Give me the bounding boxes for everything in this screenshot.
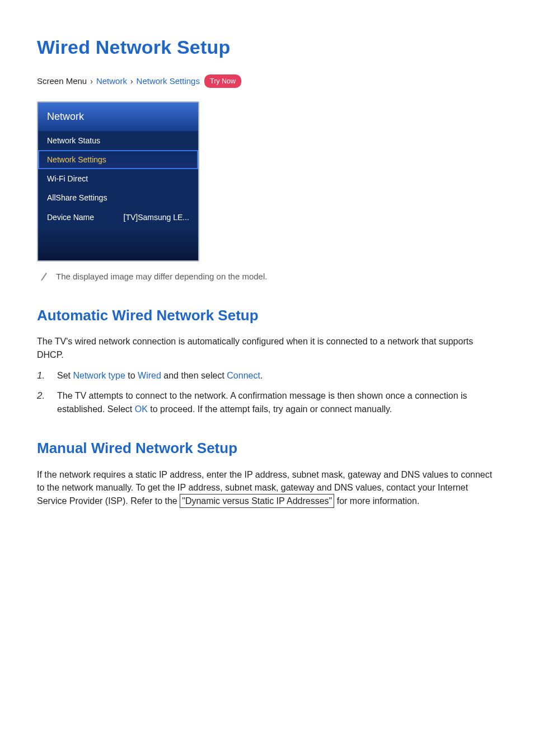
- link-dynamic-vs-static[interactable]: "Dynamic versus Static IP Addresses": [180, 494, 334, 508]
- network-menu-screenshot: Network Network Status Network Settings …: [37, 101, 199, 262]
- menu-item-label: Network Settings: [47, 154, 106, 165]
- step-2-text: The TV attempts to connect to the networ…: [57, 389, 497, 415]
- chevron-right-icon: ›: [130, 76, 133, 87]
- breadcrumb-network-settings: Network Settings: [137, 75, 200, 87]
- menu-item-value: [TV]Samsung LE...: [124, 212, 190, 223]
- menu-item-network-settings[interactable]: Network Settings: [38, 150, 198, 169]
- menu-item-device-name[interactable]: Device Name [TV]Samsung LE...: [38, 208, 198, 227]
- kw-ok: OK: [135, 404, 148, 414]
- menu-item-network-status[interactable]: Network Status: [38, 131, 198, 150]
- chevron-right-icon: ›: [90, 76, 93, 87]
- step-1: 1. Set Network type to Wired and then se…: [37, 369, 497, 383]
- step-number: 1.: [37, 369, 49, 383]
- kw-network-type: Network type: [73, 371, 125, 380]
- auto-steps: 1. Set Network type to Wired and then se…: [37, 369, 497, 416]
- note-row: The displayed image may differ depending…: [37, 270, 497, 283]
- page-title: Wired Network Setup: [37, 34, 497, 61]
- menu-spacer: [38, 227, 198, 260]
- pencil-icon: [40, 271, 48, 281]
- breadcrumb: Screen Menu › Network › Network Settings…: [37, 74, 497, 88]
- section-title-auto: Automatic Wired Network Setup: [37, 305, 497, 326]
- step-number: 2.: [37, 389, 49, 415]
- kw-connect: Connect: [227, 371, 260, 380]
- menu-header: Network: [38, 102, 198, 130]
- auto-intro: The TV's wired network connection is aut…: [37, 335, 497, 361]
- kw-wired: Wired: [138, 371, 161, 380]
- menu-item-wifi-direct[interactable]: Wi-Fi Direct: [38, 169, 198, 188]
- section-title-manual: Manual Wired Network Setup: [37, 438, 497, 459]
- note-text: The displayed image may differ depending…: [56, 270, 267, 283]
- breadcrumb-network: Network: [96, 75, 127, 87]
- step-1-text: Set Network type to Wired and then selec…: [57, 369, 263, 383]
- step-2: 2. The TV attempts to connect to the net…: [37, 389, 497, 415]
- try-now-badge[interactable]: Try Now: [204, 74, 241, 88]
- menu-item-label: Network Status: [47, 135, 100, 146]
- manual-para: If the network requires a static IP addr…: [37, 468, 497, 508]
- menu-item-allshare-settings[interactable]: AllShare Settings: [38, 188, 198, 207]
- menu-item-label: Device Name: [47, 212, 94, 223]
- menu-item-label: Wi-Fi Direct: [47, 173, 88, 184]
- menu-item-label: AllShare Settings: [47, 192, 107, 203]
- breadcrumb-prefix: Screen Menu: [37, 75, 87, 87]
